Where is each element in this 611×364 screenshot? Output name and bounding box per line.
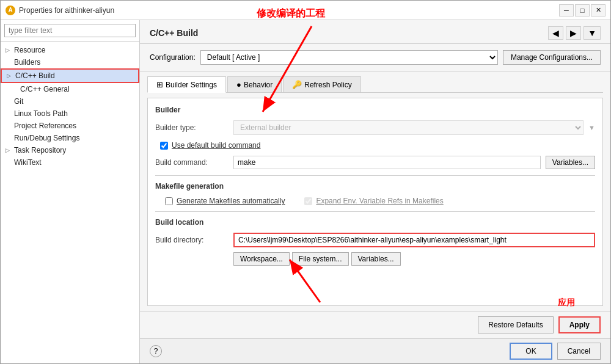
tab-bar: ⊞ Builder Settings ● Behavior 🔑 Refresh … <box>147 76 603 93</box>
use-default-label: Use default build command <box>172 141 260 150</box>
tab-refresh-policy[interactable]: 🔑 Refresh Policy <box>283 76 360 92</box>
build-dir-input[interactable] <box>233 233 595 247</box>
tabs-area: ⊞ Builder Settings ● Behavior 🔑 Refresh … <box>140 71 610 311</box>
sidebar-item-label: Builders <box>14 58 40 67</box>
sidebar-item-project-refs[interactable]: Project References <box>1 120 139 132</box>
build-dir-buttons: Workspace... File system... Variables... <box>155 252 595 266</box>
bottom-bar: Restore Defaults Apply <box>140 311 610 338</box>
sidebar-item-label: Task Repository <box>14 146 66 155</box>
variables-button-1[interactable]: Variables... <box>546 156 595 169</box>
arrow-icon: ▷ <box>7 73 13 79</box>
builder-type-row: Builder type: External builder ▼ <box>155 120 595 135</box>
build-dir-label: Build directory: <box>155 236 229 244</box>
tab-content: Builder Builder type: External builder ▼… <box>147 98 603 306</box>
sidebar-item-cpp-build[interactable]: ▷ C/C++ Build <box>1 68 139 83</box>
generate-makefiles-label: Generate Makefiles automatically <box>177 197 285 205</box>
main-header: C/C++ Build 修改编译的工程 ◀ ▶ ▼ <box>140 20 610 44</box>
arrow-icon: ▷ <box>5 47 12 53</box>
build-command-row: Build command: Variables... <box>155 156 595 169</box>
sidebar-item-run-debug[interactable]: Run/Debug Settings <box>1 132 139 144</box>
build-command-input[interactable] <box>233 156 541 169</box>
svg-line-3 <box>290 260 320 302</box>
build-dir-row: Build directory: <box>155 233 595 247</box>
sidebar-item-label: Run/Debug Settings <box>14 134 79 142</box>
tab-builder-settings[interactable]: ⊞ Builder Settings <box>147 76 226 93</box>
build-command-label: Build command: <box>155 158 229 167</box>
dialog-body: ▷ Resource Builders ▷ C/C++ Build C/C++ … <box>1 20 610 363</box>
app-icon: A <box>5 5 15 15</box>
builder-section-header: Builder <box>155 106 595 114</box>
builder-type-select[interactable]: External builder <box>233 120 584 135</box>
variables-button-2[interactable]: Variables... <box>351 252 401 266</box>
makefile-generation-section: Makefile generation Generate Makefiles a… <box>155 182 595 205</box>
dialog-bottom: ? OK Cancel <box>140 338 610 363</box>
sidebar-item-label: Git <box>14 97 23 106</box>
sidebar-item-task-repo[interactable]: ▷ Task Repository <box>1 144 139 156</box>
generate-makefiles-row: Generate Makefiles automatically <box>160 197 285 205</box>
use-default-build-command-row: Use default build command <box>155 141 595 150</box>
sidebar-item-label: Resource <box>14 46 45 54</box>
forward-button[interactable]: ▶ <box>566 26 581 40</box>
bottom-section: 应用 Restore Defaults Apply <box>140 311 610 338</box>
section-divider-2 <box>155 211 595 212</box>
sidebar: ▷ Resource Builders ▷ C/C++ Build C/C++ … <box>1 20 140 363</box>
builder-type-dropdown-icon: ▼ <box>588 124 595 131</box>
build-location-header: Build location <box>155 218 595 227</box>
minimize-button[interactable]: ─ <box>559 4 574 16</box>
build-location-section: Build location Build directory: Workspac… <box>155 218 595 266</box>
dialog-action-buttons: OK Cancel <box>510 343 601 360</box>
expand-env-checkbox[interactable] <box>304 197 312 205</box>
refresh-policy-icon: 🔑 <box>292 80 302 89</box>
expand-env-label: Expand Env. Variable Refs in Makefiles <box>316 197 443 205</box>
maximize-button[interactable]: □ <box>575 4 590 16</box>
behavior-icon: ● <box>236 80 241 89</box>
sidebar-item-label: Project References <box>14 122 76 130</box>
title-bar-left: A Properties for aithinker-aliyun <box>5 5 114 15</box>
sidebar-item-git[interactable]: Git <box>1 95 139 107</box>
tab-label: Refresh Policy <box>304 81 351 89</box>
apply-button[interactable]: Apply <box>558 316 601 333</box>
tab-label: Behavior <box>244 81 273 89</box>
sidebar-item-builders[interactable]: Builders <box>1 56 139 68</box>
use-default-checkbox[interactable] <box>160 142 168 150</box>
generate-makefiles-checkbox[interactable] <box>165 197 173 205</box>
main-area: C/C++ Build 修改编译的工程 ◀ ▶ ▼ Configuration:… <box>140 20 610 363</box>
builder-settings-icon: ⊞ <box>156 80 163 89</box>
builder-type-label: Builder type: <box>155 123 229 132</box>
help-icon[interactable]: ? <box>150 345 162 357</box>
arrow-svg-top <box>209 98 392 98</box>
makefile-section-header: Makefile generation <box>155 182 595 191</box>
dialog-window: A Properties for aithinker-aliyun ─ □ ✕ … <box>0 0 611 364</box>
tab-behavior[interactable]: ● Behavior <box>227 76 282 92</box>
sidebar-item-label: C/C++ Build <box>15 71 55 80</box>
back-button[interactable]: ◀ <box>548 26 563 40</box>
sidebar-item-label: Linux Tools Path <box>14 109 68 118</box>
manage-configurations-button[interactable]: Manage Configurations... <box>503 50 601 65</box>
close-button[interactable]: ✕ <box>591 4 606 16</box>
config-row: Configuration: Default [ Active ] Manage… <box>140 44 610 71</box>
dropdown-button[interactable]: ▼ <box>584 26 601 40</box>
cancel-button[interactable]: Cancel <box>557 343 601 360</box>
tab-label: Builder Settings <box>166 81 217 89</box>
ok-button[interactable]: OK <box>510 343 552 360</box>
sidebar-item-label: C/C++ General <box>20 85 70 93</box>
title-controls: ─ □ ✕ <box>559 4 606 16</box>
main-title: C/C++ Build <box>150 28 198 38</box>
sidebar-item-wikitext[interactable]: WikiText <box>1 156 139 169</box>
workspace-button[interactable]: Workspace... <box>233 252 290 266</box>
config-label: Configuration: <box>150 53 196 62</box>
expand-env-row: Expand Env. Variable Refs in Makefiles <box>299 197 443 205</box>
config-select[interactable]: Default [ Active ] <box>200 50 498 65</box>
restore-defaults-button[interactable]: Restore Defaults <box>478 316 553 333</box>
section-divider-1 <box>155 175 595 176</box>
sidebar-item-cpp-general[interactable]: C/C++ General <box>1 83 139 95</box>
sidebar-item-linux-tools[interactable]: Linux Tools Path <box>1 107 139 120</box>
search-box <box>1 20 139 42</box>
sidebar-item-label: WikiText <box>14 158 42 167</box>
window-title: Properties for aithinker-aliyun <box>19 6 114 15</box>
file-system-button[interactable]: File system... <box>292 252 349 266</box>
arrow-icon: ▷ <box>5 147 12 153</box>
sidebar-item-resource[interactable]: ▷ Resource <box>1 44 139 56</box>
search-input[interactable] <box>4 24 136 37</box>
title-bar: A Properties for aithinker-aliyun ─ □ ✕ <box>1 1 610 20</box>
